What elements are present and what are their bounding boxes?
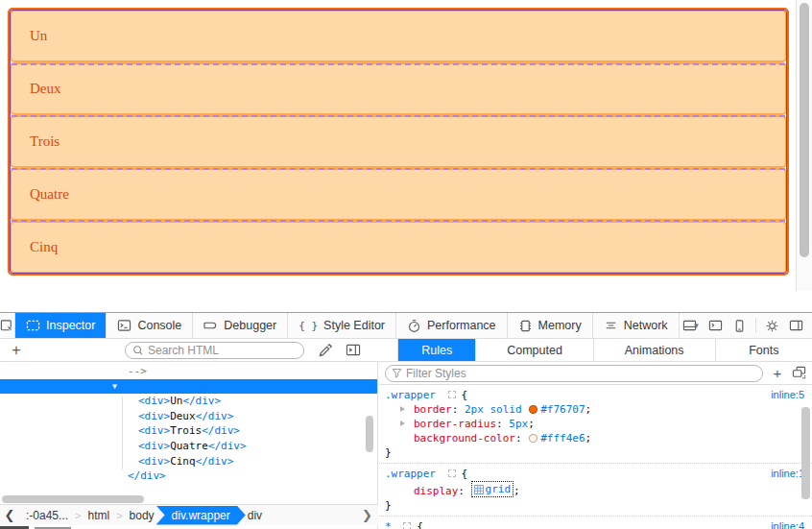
markup-horizontal-scrollbar[interactable] (2, 495, 144, 503)
breadcrumb-item-body[interactable]: body (123, 509, 161, 522)
create-node-button[interactable]: + (0, 340, 33, 361)
expand-arrow-icon[interactable] (400, 421, 405, 426)
tab-rules[interactable]: Rules (398, 339, 476, 361)
devtools-toolbar-buttons: ▼ (680, 313, 812, 338)
tab-label: Performance (427, 319, 496, 332)
grid-item-trois: Trois (10, 115, 787, 168)
markup-vertical-scrollbar[interactable] (366, 416, 373, 452)
rule-divider (379, 516, 812, 517)
filter-styles-box (385, 365, 763, 382)
markup-comment-end[interactable]: --> (0, 364, 377, 379)
selector-highlighter-icon[interactable] (448, 391, 456, 398)
dock-to-side-button[interactable] (784, 313, 808, 338)
tab-style-editor[interactable]: { } Style Editor (288, 313, 396, 338)
css-declaration[interactable]: border: 2px solid #f76707; (385, 402, 804, 417)
markup-node[interactable]: <div>Deux</div> (0, 409, 377, 424)
rules-toolbar: + (379, 362, 812, 385)
tab-console[interactable]: Console (107, 313, 193, 338)
braces-icon: { } (299, 320, 318, 332)
tab-label: Style Editor (323, 319, 385, 332)
color-swatch[interactable] (529, 405, 537, 414)
grid-item-label: Quatre (30, 186, 69, 203)
three-pane-toggle-button[interactable] (346, 343, 361, 357)
sidebar-tabs: Rules Computed Animations Fonts (398, 339, 812, 361)
grid-item-label: Un (30, 28, 47, 44)
breadcrumb-item[interactable]: :-0a45... (19, 509, 75, 522)
responsive-mode-button[interactable] (728, 313, 752, 338)
debugger-icon (203, 319, 218, 332)
tab-performance[interactable]: Performance (396, 313, 508, 338)
rule-source-link[interactable]: inline:4 (771, 519, 804, 529)
rule-close-brace: } (385, 498, 804, 513)
expand-twisty-icon[interactable]: ▼ (112, 379, 117, 395)
page-scrollbar-thumb[interactable] (800, 3, 809, 257)
grid-item-label: Trois (30, 133, 60, 150)
rule-selector[interactable]: .wrapper (385, 467, 436, 481)
class-panel-icon[interactable] (792, 366, 806, 380)
add-rule-button[interactable]: + (769, 365, 786, 381)
devtools-panel: Inspector Console Debugger { } Style Edi… (0, 312, 812, 529)
css-declaration[interactable]: border-radius: 5px; (385, 417, 804, 431)
rule-selector[interactable]: * (385, 519, 392, 529)
pick-element-button[interactable] (0, 313, 15, 338)
tab-memory[interactable]: Memory (508, 313, 593, 338)
tab-inspector[interactable]: Inspector (15, 313, 107, 338)
markup-node[interactable]: <div>Un</div> (0, 394, 377, 409)
eyedropper-icon (318, 343, 333, 358)
eyedropper-button[interactable] (318, 343, 333, 358)
filter-styles-input[interactable] (406, 367, 756, 380)
selector-highlighter-icon[interactable] (448, 469, 456, 477)
breadcrumb: ❮ :-0a45... > html > body div.wrapper di… (0, 504, 378, 525)
search-html-box (125, 342, 304, 359)
rule-selector[interactable]: .wrapper (385, 388, 436, 402)
rule-close-brace: } (385, 445, 804, 460)
breadcrumb-item-div-wrapper[interactable]: div.wrapper (156, 506, 246, 525)
breadcrumb-scroll-right-icon[interactable]: ❯ (362, 508, 378, 522)
page-viewport: Un Deux Trois Quatre Cinq (0, 0, 812, 312)
dock-mode-button[interactable]: ▼ (680, 313, 704, 338)
rules-list: .wrapper { inline:5 border: 2px solid #f… (379, 385, 812, 529)
tab-computed[interactable]: Computed (476, 339, 593, 361)
settings-button[interactable] (760, 313, 784, 338)
rule-source-link[interactable]: inline:5 (771, 388, 804, 402)
rules-vertical-scrollbar[interactable] (801, 407, 810, 499)
dock-right-icon (789, 319, 803, 332)
tab-label: Inspector (46, 319, 95, 332)
tab-debugger[interactable]: Debugger (193, 313, 288, 338)
page-scrollbar[interactable] (796, 0, 812, 291)
markup-node[interactable]: <div>Trois</div> (0, 423, 377, 439)
rule-selector-line[interactable]: .wrapper { inline:1 (385, 467, 804, 481)
chevron-down-icon: ▼ (693, 322, 701, 330)
inspector-content: --> ▼ <div class="wrapper"> <div>Un</div… (0, 362, 812, 529)
css-declaration[interactable]: display: grid; (385, 481, 804, 498)
grid-item-label: Cinq (30, 239, 58, 255)
color-swatch[interactable] (529, 434, 537, 443)
markup-toolbar: + (0, 339, 398, 361)
tab-fonts[interactable]: Fonts (716, 339, 812, 361)
tab-label: Console (137, 319, 181, 332)
separate-window-button[interactable] (808, 313, 812, 338)
markup-closing-tag[interactable]: </div> (0, 469, 377, 484)
rule-selector-line[interactable]: * { inline:4 (385, 519, 804, 529)
tab-animations[interactable]: Animations (594, 339, 716, 361)
search-html-input[interactable] (148, 344, 282, 357)
markup-node[interactable]: <div>Cinq</div> (0, 454, 377, 469)
rule-selector-line[interactable]: .wrapper { inline:5 (385, 388, 804, 402)
grid-item-label: Deux (30, 81, 61, 97)
breadcrumb-item-html[interactable]: html (81, 509, 116, 522)
rules-view: + .wrapper { inline:5 border: 2px solid … (379, 362, 812, 529)
rule-source-link[interactable]: inline:1 (771, 467, 804, 481)
split-console-icon (708, 319, 723, 332)
markup-selected-node[interactable]: ▼ <div class="wrapper"> (0, 379, 377, 395)
css-declaration[interactable]: background-color: #fff4e6; (385, 431, 804, 445)
grid-item-quatre: Quatre (10, 168, 787, 221)
markup-node[interactable]: <div>Quatre</div> (0, 439, 377, 454)
tab-label: Memory (538, 319, 582, 332)
grid-item-deux: Deux (10, 62, 787, 115)
split-console-button[interactable] (704, 313, 728, 338)
grid-highlighter-toggle[interactable]: grid (471, 481, 514, 497)
breadcrumb-back-icon[interactable]: ❮ (0, 508, 19, 522)
tab-network[interactable]: Network (593, 313, 680, 338)
expand-arrow-icon[interactable] (400, 406, 405, 412)
selector-highlighter-icon[interactable] (403, 522, 411, 529)
